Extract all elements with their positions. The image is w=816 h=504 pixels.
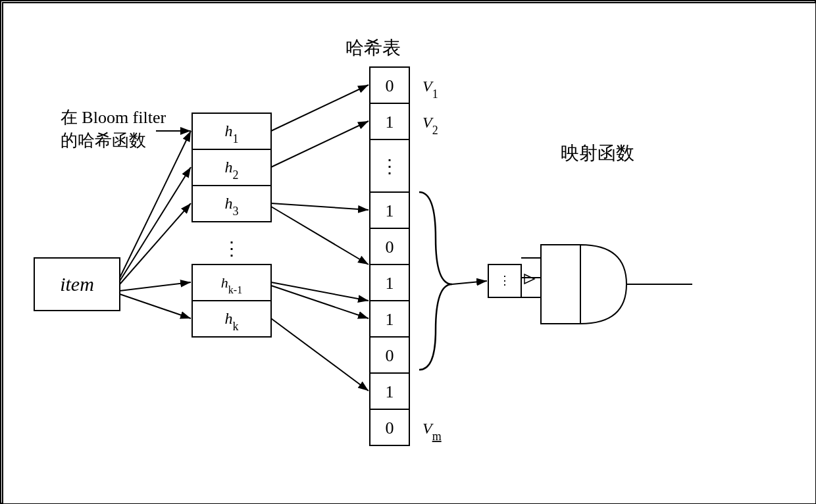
- cell-0c: 0: [386, 346, 394, 365]
- cell-0b: 0: [386, 238, 394, 257]
- item-label: item: [60, 273, 94, 295]
- hash-table-label: 哈希表: [345, 38, 401, 58]
- cell-1a: 1: [386, 113, 394, 132]
- bloom-filter-hash-label: 的哈希函数: [61, 131, 146, 150]
- cell-1e: 1: [386, 382, 394, 401]
- cell-dots1: ⋮: [380, 156, 399, 176]
- bloom-filter-label: 在 Bloom filter: [61, 108, 166, 127]
- cell-0: 0: [386, 76, 394, 95]
- diagram-container: item h1 h2 h3 ⋮ hk-1 hk 0 1 ⋮: [0, 0, 816, 504]
- bloom-filter-diagram: item h1 h2 h3 ⋮ hk-1 hk 0 1 ⋮: [1, 1, 816, 504]
- mapping-func-label: 映射函数: [561, 143, 634, 163]
- svg-rect-5: [192, 265, 271, 301]
- svg-rect-18: [541, 245, 580, 324]
- cell-0d: 0: [386, 418, 394, 438]
- h-dots: ⋮: [222, 238, 241, 259]
- cell-1b: 1: [386, 201, 394, 220]
- mux-dots: ⋮: [499, 274, 511, 287]
- cell-1d: 1: [386, 310, 394, 329]
- cell-1c: 1: [386, 274, 394, 293]
